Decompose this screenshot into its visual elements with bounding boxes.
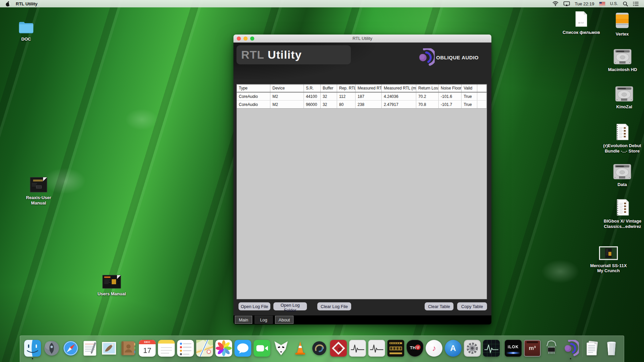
- dock-icon-aural-meter-1[interactable]: [349, 340, 366, 357]
- dock-icon-notes[interactable]: [158, 340, 175, 357]
- table-cell[interactable]: 32: [320, 101, 337, 109]
- desktop-icon-label: Reaxis-User Manual: [26, 195, 51, 205]
- table-cell[interactable]: True: [462, 92, 477, 101]
- copy-table-button[interactable]: Copy Table: [457, 302, 487, 310]
- desktop-icon-label: Users Manual: [98, 291, 126, 297]
- table-cell[interactable]: 70.8: [416, 101, 438, 109]
- table-cell[interactable]: 44100: [304, 92, 321, 101]
- dock-icon-rtl-utility[interactable]: [562, 340, 579, 357]
- open-log-folder-button[interactable]: Open Log Folder: [273, 302, 307, 310]
- desktop-icon-doc-folder[interactable]: DOC: [4, 21, 48, 42]
- dock-icon-messages[interactable]: [234, 340, 251, 357]
- dock-icon-launchpad[interactable]: [43, 340, 60, 357]
- desktop-icon-data[interactable]: Data: [600, 164, 644, 187]
- input-source-label[interactable]: U.S.: [610, 1, 618, 6]
- table-cell[interactable]: 2.47917: [382, 101, 416, 109]
- table-cell[interactable]: CoreAudio: [237, 101, 270, 109]
- table-row[interactable]: CoreAudioM29600032802382.4791770.8-101.7…: [237, 101, 487, 109]
- dock-icon-photos[interactable]: [215, 340, 232, 357]
- desktop-icon-reaxis-user-manual[interactable]: Reaxis-User Manual: [16, 177, 61, 205]
- menu-app-name[interactable]: RTL Utility: [16, 1, 38, 6]
- desktop-icon-revolution-bundle[interactable]: (r)Evolution Debut Bundle -...- Store: [600, 123, 644, 154]
- dock-icon-chip-tool[interactable]: [543, 340, 560, 357]
- dock-icon-facetime[interactable]: [254, 340, 270, 357]
- dock-icon-itunes[interactable]: ♪: [426, 340, 442, 357]
- table-cell[interactable]: 4.24036: [382, 92, 416, 101]
- table-cell[interactable]: True: [462, 101, 477, 109]
- clear-log-file-button[interactable]: Clear Log File: [317, 302, 351, 310]
- column-header[interactable]: Device: [270, 84, 304, 92]
- tab-main[interactable]: Main: [235, 316, 252, 324]
- table-cell[interactable]: -101.7: [438, 101, 461, 109]
- table-cell[interactable]: M2: [270, 92, 304, 101]
- window-titlebar[interactable]: RTL Utility: [233, 35, 491, 43]
- dock-icon-vlc[interactable]: [292, 340, 309, 357]
- column-header[interactable]: Type: [237, 84, 270, 92]
- desktop-icon-users-manual[interactable]: Users Manual: [90, 275, 134, 297]
- dock-icon-trash[interactable]: [603, 340, 620, 357]
- dock-icon-mail[interactable]: [101, 340, 117, 357]
- desktop-icon-kinozal[interactable]: KinoZal: [602, 86, 644, 110]
- dock-icon-calendar[interactable]: DEC17: [139, 340, 156, 357]
- desktop-icon-macintosh-hd[interactable]: Macintosh HD: [600, 49, 644, 72]
- table-cell[interactable]: CoreAudio: [237, 92, 270, 101]
- table-cell[interactable]: 96000: [304, 101, 321, 109]
- dock-icon-th-u[interactable]: THU: [407, 340, 423, 357]
- dock-icon-contacts[interactable]: [120, 340, 137, 357]
- dock-icon-reminders[interactable]: [177, 340, 194, 357]
- column-header[interactable]: Rep. RTL: [337, 84, 356, 92]
- dock-icon-foobar2000[interactable]: [273, 340, 289, 357]
- wifi-icon[interactable]: [552, 1, 558, 6]
- dock-icon-activity-monitor[interactable]: [483, 340, 500, 357]
- column-header[interactable]: Buffer: [320, 84, 337, 92]
- tab-log[interactable]: Log: [255, 316, 273, 324]
- menu-clock[interactable]: Tue 22:19: [575, 1, 594, 6]
- table-cell[interactable]: 238: [356, 101, 382, 109]
- column-header[interactable]: Noise Floor: [438, 84, 461, 92]
- column-header[interactable]: [477, 84, 486, 92]
- dock-icon-cubase[interactable]: [330, 340, 347, 357]
- table-cell[interactable]: -101.6: [438, 92, 461, 101]
- dock-icon-finder[interactable]: [24, 340, 41, 357]
- column-header[interactable]: Valid: [462, 84, 477, 92]
- dock-icon-ilok[interactable]: iLOK: [505, 340, 522, 357]
- column-header[interactable]: Return Loss: [416, 84, 438, 92]
- open-log-file-button[interactable]: Open Log File: [238, 302, 270, 310]
- screen-mirroring-icon[interactable]: [564, 1, 570, 6]
- window-content: RTL Utility OBLIQUE AUDIO TypeDeviceS.R.…: [233, 43, 491, 315]
- table-cell[interactable]: [477, 101, 486, 109]
- clear-table-button[interactable]: Clear Table: [425, 302, 453, 310]
- input-source-flag-icon[interactable]: [599, 2, 605, 6]
- apple-menu-icon[interactable]: [5, 1, 10, 7]
- tab-about[interactable]: About: [275, 316, 293, 324]
- dock-icon-amp-sim[interactable]: [387, 340, 404, 357]
- dock-icon-m3[interactable]: m³: [524, 340, 541, 357]
- table-cell[interactable]: 32: [320, 92, 337, 101]
- dock-icon-documents-stack[interactable]: [584, 340, 601, 357]
- dock-icon-maps[interactable]: [196, 340, 213, 357]
- desktop-icon-bigbox[interactable]: BIGbox X/ Vintage Classics...edwirez: [600, 199, 644, 229]
- dock-separator: [581, 340, 582, 357]
- column-header[interactable]: Measured RTL (ms): [382, 84, 416, 92]
- spotlight-search-icon[interactable]: [623, 1, 628, 6]
- dock-icon-system-preferences[interactable]: [464, 340, 481, 357]
- dock-icon-aural-meter-2[interactable]: [368, 340, 385, 357]
- column-header[interactable]: Measured RTL: [356, 84, 382, 92]
- menu-list-icon[interactable]: [633, 2, 639, 6]
- table-cell[interactable]: [477, 92, 486, 101]
- dock-icon-textedit[interactable]: [82, 340, 98, 357]
- desktop-icon-vertex[interactable]: Vertex: [600, 12, 644, 37]
- column-header[interactable]: S.R.: [304, 84, 321, 92]
- table-cell[interactable]: 112: [337, 92, 356, 101]
- dock-icon-safari[interactable]: [62, 340, 79, 357]
- desktop-icon-spisok-filmov[interactable]: RTFСписок фильмов: [559, 11, 603, 35]
- table-cell[interactable]: 80: [337, 101, 356, 109]
- desktop-icon-label: Mercuriall SS-11X My Crunch: [590, 263, 627, 274]
- table-row[interactable]: CoreAudioM244100321121874.2403670.2-101.…: [237, 92, 487, 101]
- table-cell[interactable]: 70.2: [416, 92, 438, 101]
- table-cell[interactable]: M2: [270, 101, 304, 109]
- dock-icon-app-store[interactable]: A: [445, 340, 462, 357]
- desktop-icon-mercuriall[interactable]: Mercuriall SS-11X My Crunch: [586, 246, 631, 274]
- table-cell[interactable]: 187: [356, 92, 382, 101]
- dock-icon-reaper[interactable]: [311, 340, 328, 357]
